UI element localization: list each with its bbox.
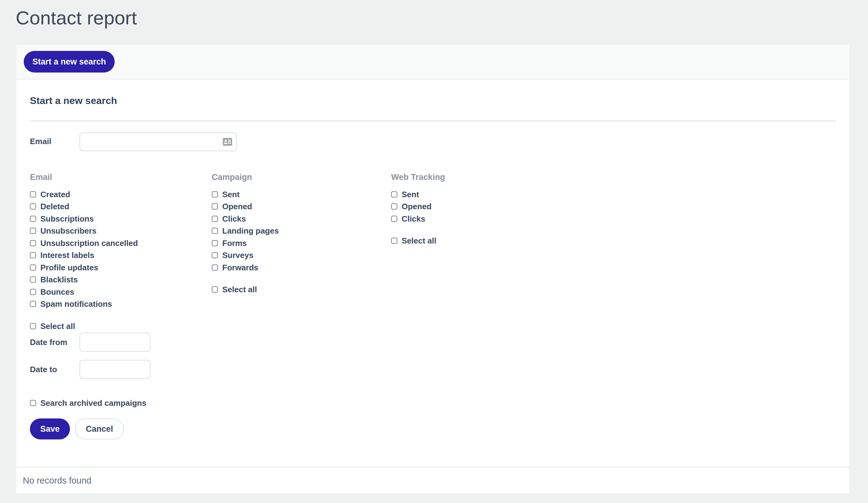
- option-campaign-clicks[interactable]: Clicks: [212, 213, 384, 225]
- checkbox[interactable]: [30, 240, 36, 246]
- date-to-input[interactable]: [80, 360, 150, 378]
- form-actions: Save Cancel: [30, 419, 124, 440]
- checkbox[interactable]: [30, 301, 36, 307]
- checkbox[interactable]: [212, 216, 218, 222]
- email-field-label: Email: [30, 132, 51, 151]
- column-header-web-tracking: Web Tracking: [391, 172, 564, 183]
- web-tracking-select-all[interactable]: Select all: [391, 235, 564, 247]
- checkbox[interactable]: [30, 228, 36, 234]
- start-new-search-button[interactable]: Start a new search: [24, 51, 115, 72]
- column-header-email: Email: [30, 172, 203, 183]
- option-interest-labels[interactable]: Interest labels: [30, 249, 203, 262]
- option-label: Subscriptions: [40, 215, 94, 223]
- option-label: Sent: [402, 190, 419, 199]
- option-label: Deleted: [40, 202, 69, 210]
- option-label: Opened: [222, 202, 252, 210]
- email-input[interactable]: [80, 133, 223, 151]
- option-spam-notifications[interactable]: Spam notifications: [30, 298, 203, 310]
- option-forwards[interactable]: Forwards: [212, 261, 384, 274]
- option-campaign-sent[interactable]: Sent: [212, 188, 384, 201]
- checkbox[interactable]: [212, 191, 218, 198]
- option-label: Select all: [40, 322, 75, 330]
- checkbox[interactable]: [30, 289, 36, 295]
- campaign-options-column: Campaign Sent Opened Clicks Landing page…: [212, 172, 384, 295]
- option-campaign-opened[interactable]: Opened: [212, 201, 384, 213]
- option-label: Unsubscribers: [40, 227, 96, 235]
- save-button[interactable]: Save: [30, 419, 70, 440]
- date-from-label: Date from: [30, 333, 67, 352]
- option-label: Select all: [402, 237, 436, 245]
- option-label: Landing pages: [222, 227, 279, 235]
- date-from-input-box: [80, 333, 151, 352]
- option-landing-pages[interactable]: Landing pages: [212, 225, 384, 237]
- contact-card-icon: [223, 138, 232, 145]
- option-created[interactable]: Created: [30, 188, 203, 201]
- option-forms[interactable]: Forms: [212, 237, 384, 249]
- checkbox[interactable]: [212, 286, 218, 293]
- checkbox[interactable]: [30, 203, 36, 210]
- web-tracking-options-column: Web Tracking Sent Opened Clicks Select a…: [391, 172, 564, 247]
- search-panel: Start a new search Email Email Created: [16, 80, 849, 466]
- option-surveys[interactable]: Surveys: [212, 249, 384, 262]
- option-label: Profile updates: [40, 263, 98, 272]
- option-web-clicks[interactable]: Clicks: [391, 213, 564, 225]
- option-label: Spam notifications: [40, 300, 112, 308]
- checkbox[interactable]: [30, 400, 36, 406]
- date-to-input-box: [80, 360, 151, 379]
- option-profile-updates[interactable]: Profile updates: [30, 261, 203, 274]
- search-archived-campaigns-option[interactable]: Search archived campaigns: [30, 397, 146, 409]
- option-label: Created: [40, 190, 70, 199]
- option-label: Forms: [222, 239, 247, 247]
- results-bar: No records found: [16, 468, 849, 493]
- option-label: Bounces: [40, 288, 74, 296]
- checkbox[interactable]: [30, 323, 36, 329]
- panel-heading: Start a new search: [30, 95, 117, 107]
- checkbox[interactable]: [30, 264, 36, 271]
- option-label: Search archived campaigns: [40, 399, 146, 407]
- campaign-select-all[interactable]: Select all: [212, 284, 384, 296]
- contact-report-page: Contact report Start a new search Start …: [0, 0, 868, 503]
- checkbox[interactable]: [30, 216, 36, 222]
- option-label: Surveys: [222, 251, 254, 259]
- option-label: Clicks: [222, 215, 246, 223]
- option-label: Opened: [402, 202, 432, 210]
- option-label: Unsubscription cancelled: [40, 239, 138, 247]
- option-web-sent[interactable]: Sent: [391, 188, 564, 201]
- checkbox[interactable]: [391, 216, 397, 222]
- option-label: Select all: [222, 285, 257, 293]
- date-to-label: Date to: [30, 360, 57, 379]
- option-unsubscribers[interactable]: Unsubscribers: [30, 225, 203, 237]
- empty-state-text: No records found: [23, 475, 91, 486]
- date-from-input[interactable]: [80, 333, 150, 351]
- toolbar: Start a new search: [16, 45, 849, 79]
- option-label: Forwards: [222, 263, 258, 272]
- option-deleted[interactable]: Deleted: [30, 201, 203, 213]
- checkbox[interactable]: [212, 264, 218, 271]
- option-label: Clicks: [402, 215, 425, 223]
- email-select-all[interactable]: Select all: [30, 320, 203, 332]
- column-header-campaign: Campaign: [212, 172, 384, 183]
- option-label: Interest labels: [40, 251, 94, 259]
- page-title: Contact report: [16, 7, 137, 29]
- cancel-button[interactable]: Cancel: [75, 419, 124, 440]
- email-options-column: Email Created Deleted Subscriptions Unsu…: [30, 172, 203, 332]
- checkbox[interactable]: [391, 203, 397, 210]
- checkbox[interactable]: [212, 252, 218, 258]
- option-label: Sent: [222, 190, 239, 199]
- checkbox[interactable]: [391, 191, 397, 198]
- checkbox[interactable]: [391, 238, 397, 244]
- checkbox[interactable]: [212, 240, 218, 246]
- checkbox[interactable]: [30, 276, 36, 283]
- checkbox[interactable]: [30, 191, 36, 198]
- option-unsubscription-cancelled[interactable]: Unsubscription cancelled: [30, 237, 203, 249]
- option-blacklists[interactable]: Blacklists: [30, 274, 203, 286]
- checkbox[interactable]: [30, 252, 36, 258]
- divider: [30, 121, 836, 121]
- checkbox[interactable]: [212, 203, 218, 210]
- option-web-opened[interactable]: Opened: [391, 201, 564, 213]
- option-label: Blacklists: [40, 275, 78, 284]
- checkbox[interactable]: [212, 228, 218, 234]
- option-subscriptions[interactable]: Subscriptions: [30, 213, 203, 225]
- email-input-box: [80, 132, 237, 151]
- option-bounces[interactable]: Bounces: [30, 286, 203, 298]
